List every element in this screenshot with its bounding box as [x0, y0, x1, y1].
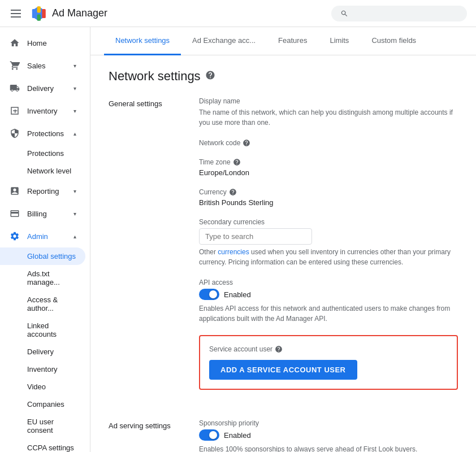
general-settings-section: General settings Display name The name o…: [109, 97, 458, 401]
sidebar-item-reporting[interactable]: Reporting ▾: [0, 180, 85, 202]
search-bar[interactable]: [331, 6, 467, 21]
tab-limits[interactable]: Limits: [318, 27, 360, 55]
ad-serving-content: Sponsorship priority Enabled Enables 100…: [199, 419, 458, 452]
sales-icon: [9, 60, 20, 71]
network-code-help-icon[interactable]: [243, 139, 250, 147]
reporting-expand-icon: ▾: [73, 188, 76, 194]
sidebar-label-network-level: Network level: [27, 167, 71, 175]
display-name-label: Display name: [199, 97, 458, 105]
sidebar-item-video[interactable]: Video: [0, 378, 85, 395]
sidebar-label-eu-user-consent: EU user consent: [27, 418, 54, 434]
inventory-icon: [9, 105, 20, 116]
sidebar-item-home[interactable]: Home: [0, 32, 85, 54]
sidebar-item-global-settings[interactable]: Global settings: [0, 247, 85, 265]
secondary-currencies-field: Secondary currencies Other currencies us…: [199, 218, 458, 267]
sales-expand-icon: ▾: [73, 63, 76, 69]
other-currencies-hint: Other currencies used when you sell inve…: [199, 247, 458, 267]
sidebar-label-video: Video: [27, 383, 46, 391]
sidebar-item-companies[interactable]: Companies: [0, 395, 85, 413]
svg-rect-4: [42, 9, 45, 18]
sidebar-item-admin[interactable]: Admin ▴: [0, 225, 85, 247]
app-title: Ad Manager: [52, 7, 107, 19]
network-code-field: Network code: [199, 139, 458, 147]
sidebar-item-inventory-sub[interactable]: Inventory: [0, 360, 85, 378]
currency-value: British Pounds Sterling: [199, 198, 458, 207]
svg-rect-2: [37, 6, 41, 12]
svg-rect-1: [32, 9, 36, 18]
sidebar-item-ads-txt[interactable]: Ads.txt manage...: [0, 265, 85, 291]
sidebar-label-ccpa: CCPA settings: [27, 444, 74, 452]
sidebar-item-eu-user-consent[interactable]: EU user consent: [0, 413, 85, 439]
delivery-expand-icon: ▾: [73, 85, 76, 92]
service-account-help-icon[interactable]: [275, 345, 283, 353]
sidebar: Home Sales ▾ Delivery ▾ Inventory ▾: [0, 27, 90, 452]
sidebar-item-protections[interactable]: Protections ▴: [0, 122, 85, 145]
search-input[interactable]: [353, 9, 458, 18]
svg-rect-3: [37, 14, 41, 20]
sidebar-label-companies: Companies: [27, 400, 64, 408]
sidebar-item-protections-sub[interactable]: Protections: [0, 145, 85, 162]
sponsorship-toggle-row: Enabled: [199, 429, 458, 441]
api-access-toggle[interactable]: [199, 289, 219, 300]
sidebar-item-delivery-sub[interactable]: Delivery: [0, 343, 85, 360]
timezone-field: Time zone Europe/London: [199, 158, 458, 177]
sponsorship-toggle[interactable]: [199, 429, 219, 441]
service-account-label: Service account user: [209, 345, 448, 353]
sidebar-label-reporting: Reporting: [27, 187, 67, 195]
secondary-currencies-input[interactable]: [199, 228, 312, 245]
general-settings-content: Display name The name of this network, w…: [199, 97, 458, 401]
tab-network-settings[interactable]: Network settings: [104, 27, 181, 55]
menu-icon[interactable]: [9, 7, 23, 20]
page-content: Network settings General settings Displa…: [90, 55, 476, 452]
sponsorship-hint: Enables 100% sponsorships to always serv…: [199, 444, 458, 452]
ad-serving-label: Ad serving settings: [109, 419, 199, 452]
sponsorship-priority-field: Sponsorship priority Enabled Enables 100…: [199, 419, 458, 452]
sidebar-item-linked-accounts[interactable]: Linked accounts: [0, 317, 85, 343]
sidebar-item-delivery[interactable]: Delivery ▾: [0, 77, 85, 99]
ad-serving-settings-section: Ad serving settings Sponsorship priority…: [109, 419, 458, 452]
reporting-icon: [9, 185, 20, 197]
page-help-icon[interactable]: [205, 70, 215, 83]
content-area: Network settings Ad Exchange acc... Feat…: [90, 27, 476, 452]
sidebar-item-billing[interactable]: Billing ▾: [0, 202, 85, 225]
sidebar-label-delivery: Delivery: [27, 84, 67, 93]
currencies-link[interactable]: currencies: [218, 248, 249, 256]
api-access-field: API access Enabled Enables API access fo…: [199, 279, 458, 324]
sponsorship-toggle-label: Enabled: [224, 431, 251, 440]
sidebar-label-delivery-sub: Delivery: [27, 347, 54, 356]
tab-features[interactable]: Features: [267, 27, 318, 55]
sidebar-label-home: Home: [27, 39, 76, 47]
inventory-expand-icon: ▾: [73, 108, 76, 114]
add-service-account-button[interactable]: ADD A SERVICE ACCOUNT USER: [209, 360, 357, 380]
sidebar-label-global-settings: Global settings: [27, 252, 76, 260]
logo: Ad Manager: [29, 5, 107, 23]
timezone-label: Time zone: [199, 158, 458, 166]
display-name-hint: The name of this network, which can help…: [199, 107, 458, 128]
home-icon: [9, 37, 20, 49]
tab-custom-fields[interactable]: Custom fields: [360, 27, 427, 55]
sidebar-label-linked-accounts: Linked accounts: [27, 321, 57, 338]
tabs-bar: Network settings Ad Exchange acc... Feat…: [90, 27, 476, 55]
protections-expand-icon: ▴: [73, 131, 76, 137]
topbar: Ad Manager: [0, 0, 476, 27]
protections-icon: [9, 128, 20, 139]
main-layout: Home Sales ▾ Delivery ▾ Inventory ▾: [0, 27, 476, 452]
general-settings-label: General settings: [109, 97, 199, 401]
api-access-label: API access: [199, 279, 458, 286]
service-account-box: Service account user ADD A SERVICE ACCOU…: [199, 335, 458, 390]
admin-icon: [9, 231, 20, 242]
page-title: Network settings: [109, 69, 458, 84]
api-access-toggle-row: Enabled: [199, 289, 458, 300]
sidebar-item-sales[interactable]: Sales ▾: [0, 54, 85, 77]
tab-ad-exchange[interactable]: Ad Exchange acc...: [181, 27, 267, 55]
sidebar-item-inventory[interactable]: Inventory ▾: [0, 99, 85, 122]
currency-help-icon[interactable]: [229, 188, 237, 196]
sidebar-item-network-level[interactable]: Network level: [0, 162, 85, 180]
secondary-currencies-label: Secondary currencies: [199, 218, 458, 226]
timezone-value: Europe/London: [199, 168, 458, 177]
billing-expand-icon: ▾: [73, 211, 76, 217]
sidebar-label-protections-sub: Protections: [27, 149, 64, 158]
sidebar-item-access-author[interactable]: Access & author...: [0, 291, 85, 317]
timezone-help-icon[interactable]: [233, 158, 241, 166]
sidebar-item-ccpa[interactable]: CCPA settings: [0, 439, 85, 452]
